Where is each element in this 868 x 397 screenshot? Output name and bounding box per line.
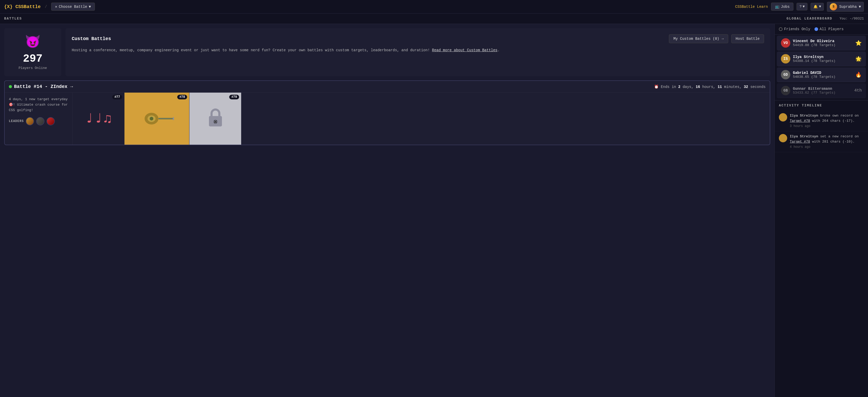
navbar: {X} CSSBattle / ✕ Choose Battle ▼ CSSBat… xyxy=(0,0,868,13)
lb-score-4: 53433.62 (77 Targets) xyxy=(793,91,851,95)
battles-label: BATTLES xyxy=(4,17,782,21)
custom-battles-description: Hosting a conference, meetup, company en… xyxy=(72,47,764,53)
lb-rank-4: 4th xyxy=(854,88,862,93)
choose-battle-chevron: ▼ xyxy=(89,5,91,9)
user-menu[interactable]: S Suprabha ▼ xyxy=(827,2,864,12)
lb-badge-3: 🔥 xyxy=(855,72,862,78)
activity-text-1: Ilya Streltsyn broke own record on Targe… xyxy=(790,113,864,129)
target-badge-77: #77 xyxy=(112,95,122,100)
battle-targets: #77 ♩ ♩ ♫ #78 xyxy=(72,93,770,145)
target-card-79[interactable]: #79 xyxy=(189,93,241,145)
choose-battle-label: Choose Battle xyxy=(59,5,87,9)
target-preview-79 xyxy=(189,93,241,145)
lb-avatar-1: VO xyxy=(781,38,790,48)
battle-timer: ⏰ Ends in 2 days, 16 hours, 11 minutes, … xyxy=(654,85,766,89)
battle-status-dot xyxy=(9,85,12,88)
lb-avatar-4: GB xyxy=(781,86,790,95)
lb-info-3: Gabriel DAVID 54038.65 (78 Targets) xyxy=(793,71,852,79)
lb-score-2: 54388.14 (78 Targets) xyxy=(793,59,852,63)
svg-point-2 xyxy=(150,117,153,120)
sidebar-filter: Friends Only All Players xyxy=(775,24,868,35)
lb-badge-2: 🌟 xyxy=(855,56,862,62)
learn-link[interactable]: CSSBattle Learn xyxy=(735,5,768,9)
content-area: 😈 297 Players Online Custom Battles My C… xyxy=(0,24,774,397)
target-link-1[interactable]: Target #78 xyxy=(790,119,810,123)
user-name: Suprabha xyxy=(839,5,857,9)
lb-info-1: Vincent De Oliveira 54419.88 (78 Targets… xyxy=(793,39,852,47)
target-card-78[interactable]: #78 xyxy=(124,93,189,145)
all-players-label: All Players xyxy=(820,27,844,31)
filter-all-players[interactable]: All Players xyxy=(814,27,844,31)
players-emoji: 😈 xyxy=(25,34,40,50)
note-1: ♩ xyxy=(85,110,93,127)
lb-item-4[interactable]: GB Gunnar Bittersmann 53433.62 (77 Targe… xyxy=(777,83,866,98)
target-card-77[interactable]: #77 ♩ ♩ ♫ xyxy=(72,93,124,145)
target-badge-79: #79 xyxy=(229,95,239,100)
battle-info: 4 days, 1 new target everyday 🎯! Ultimat… xyxy=(5,93,72,145)
help-button[interactable]: ? ▼ xyxy=(797,3,807,10)
lb-name-4: Gunnar Bittersmann xyxy=(793,87,851,91)
leader-avatar-1 xyxy=(26,117,34,125)
friends-only-radio[interactable] xyxy=(779,27,782,31)
friends-only-label: Friends Only xyxy=(784,27,810,31)
battle-card: Battle #14 - ZIndex → ⏰ Ends in 2 days, … xyxy=(4,80,770,145)
user-chevron: ▼ xyxy=(859,5,861,9)
lb-item-2[interactable]: IS Ilya Streltsyn 54388.14 (78 Targets) … xyxy=(777,52,866,66)
filter-friends-only[interactable]: Friends Only xyxy=(779,27,810,31)
players-label: Players Online xyxy=(19,66,47,70)
battle-card-header: Battle #14 - ZIndex → ⏰ Ends in 2 days, … xyxy=(5,81,770,93)
choose-battle-icon: ✕ xyxy=(55,4,57,9)
lb-avatar-2: IS xyxy=(781,54,790,63)
leaders-label: LEADERS xyxy=(9,119,24,123)
target-preview-78 xyxy=(124,93,189,145)
logo-text: {X} CSSBattle xyxy=(4,4,40,9)
battle-description: 4 days, 1 new target everyday 🎯! Ultimat… xyxy=(9,97,68,113)
target-link-2[interactable]: Target #78 xyxy=(790,140,810,144)
lb-score-3: 54038.65 (78 Targets) xyxy=(793,75,852,79)
read-more-link[interactable]: Read more about Custom Battles xyxy=(432,48,497,52)
lb-avatar-3: GD xyxy=(781,70,790,79)
battle-title[interactable]: Battle #14 - ZIndex → xyxy=(14,84,73,89)
jobs-icon: 📺 xyxy=(775,4,779,9)
leader-avatar-3 xyxy=(46,117,55,125)
leaderboard-label: GLOBAL LEADERBOARD xyxy=(782,17,839,21)
lb-item-3[interactable]: GD Gabriel DAVID 54038.65 (78 Targets) 🔥 xyxy=(777,67,866,82)
notifications-button[interactable]: 🔔 ▼ xyxy=(811,3,824,11)
top-row: 😈 297 Players Online Custom Battles My C… xyxy=(4,28,770,76)
lb-name-1: Vincent De Oliveira xyxy=(793,39,852,43)
jobs-label: Jobs xyxy=(781,5,790,9)
choose-battle-button[interactable]: ✕ Choose Battle ▼ xyxy=(51,3,95,11)
custom-battles-header: Custom Battles My Custom Battles (0) → H… xyxy=(72,34,764,43)
note-2: ♩ xyxy=(94,110,102,127)
leader-avatar-2 xyxy=(36,117,44,125)
nav-logo: {X} CSSBattle xyxy=(4,4,40,9)
lb-name-2: Ilya Streltsyn xyxy=(793,55,852,59)
lb-score-1: 54419.88 (78 Targets) xyxy=(793,43,852,47)
players-card: 😈 297 Players Online xyxy=(4,28,61,76)
players-count: 297 xyxy=(23,53,42,65)
custom-battles-title: Custom Battles xyxy=(72,36,666,41)
activity-item-1: Ilya Streltsyn broke own record on Targe… xyxy=(775,111,868,132)
avatar: S xyxy=(830,3,837,10)
activity-avatar-1 xyxy=(779,113,787,121)
jobs-button[interactable]: 📺 Jobs xyxy=(771,3,794,11)
lb-info-4: Gunnar Bittersmann 53433.62 (77 Targets) xyxy=(793,87,851,95)
lb-item-1[interactable]: VO Vincent De Oliveira 54419.88 (78 Targ… xyxy=(777,36,866,51)
guitar-svg xyxy=(139,108,175,129)
activity-item-2: Ilya Streltsyn set a new record on Targe… xyxy=(775,132,868,152)
activity-header: ACTIVITY TIMELINE xyxy=(775,100,868,111)
lb-name-3: Gabriel DAVID xyxy=(793,71,852,75)
nav-divider: / xyxy=(45,5,47,9)
my-battles-button[interactable]: My Custom Battles (0) → xyxy=(669,34,728,43)
lb-badge-1: ⭐ xyxy=(855,40,862,46)
activity-text-2: Ilya Streltsyn set a new record on Targe… xyxy=(790,134,864,149)
user-score: You: -/99321 xyxy=(839,17,864,21)
host-battle-button[interactable]: Host Battle xyxy=(731,34,764,43)
subheader: BATTLES GLOBAL LEADERBOARD You: -/99321 xyxy=(0,13,868,24)
all-players-radio[interactable] xyxy=(814,27,818,31)
timer-icon: ⏰ xyxy=(654,85,658,89)
activity-avatar-2 xyxy=(779,134,787,142)
lb-info-2: Ilya Streltsyn 54388.14 (78 Targets) xyxy=(793,55,852,63)
activity-time-2: 4 hours ago xyxy=(790,145,864,149)
sidebar: Friends Only All Players VO Vincent De O… xyxy=(774,24,868,397)
